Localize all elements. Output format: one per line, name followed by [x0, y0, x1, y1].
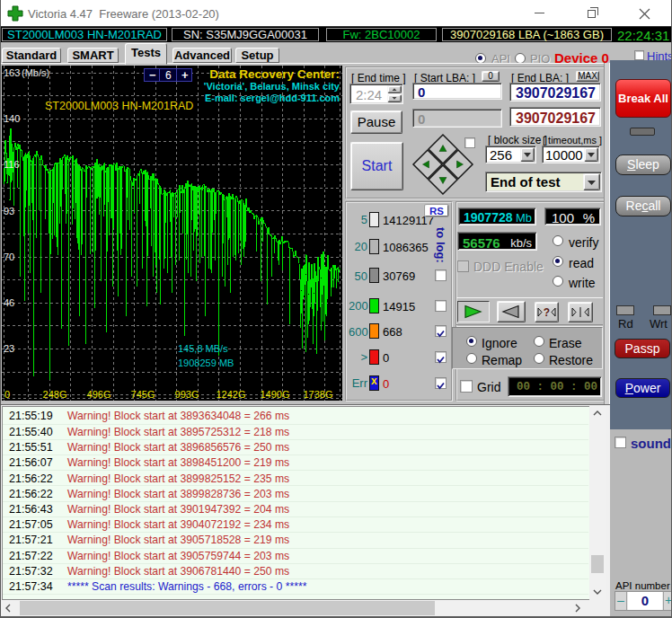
- svg-text:?: ?: [544, 306, 550, 319]
